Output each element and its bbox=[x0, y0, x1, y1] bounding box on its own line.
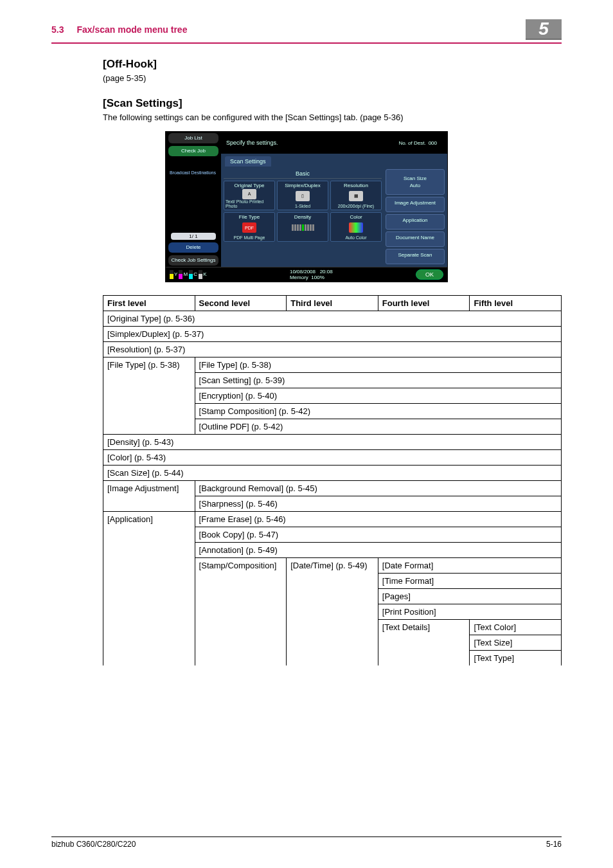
off-hook-pageref: (page 5-35) bbox=[103, 73, 562, 83]
cell-simplex: [Simplex/Duplex] (p. 5-37) bbox=[103, 327, 562, 342]
footer-model: bizhub C360/C280/C220 bbox=[51, 840, 136, 849]
density-cell[interactable]: Density bbox=[277, 212, 328, 242]
original-type-cell[interactable]: Original Type A Text/ Photo Printed Phot… bbox=[224, 181, 275, 210]
cell-stamp-l4a: [Date Format] bbox=[378, 558, 561, 574]
pager: 1/ 1 bbox=[171, 233, 216, 240]
table-row: [Color] (p. 5-43) bbox=[103, 450, 562, 466]
section-number: 5.3 bbox=[51, 24, 64, 35]
color-sub: Auto Color bbox=[345, 235, 366, 240]
cell-stamp-l5c: [Text Type] bbox=[470, 651, 562, 666]
density-title: Density bbox=[294, 214, 312, 220]
table-row: [Image Adjustment] [Background Removal] … bbox=[103, 481, 562, 496]
resolution-cell[interactable]: Resolution ▦ 200x200dpi (Fine) bbox=[330, 181, 382, 210]
scan-settings-heading: [Scan Settings] bbox=[103, 97, 562, 110]
cell-application-l2b: [Book Copy] (p. 5-47) bbox=[195, 527, 561, 543]
check-job-button[interactable]: Check Job bbox=[168, 146, 218, 156]
footer-page: 5-16 bbox=[546, 840, 562, 849]
ok-button[interactable]: OK bbox=[416, 269, 443, 280]
original-type-icon: A bbox=[242, 189, 256, 199]
dest-label: No. of Dest. bbox=[398, 140, 425, 146]
th-l2: Second level bbox=[195, 296, 287, 311]
supplies-indicator: Y M C K bbox=[170, 270, 207, 279]
header-rule bbox=[51, 42, 562, 44]
table-row: [Application] [Frame Erase] (p. 5-46) bbox=[103, 512, 562, 527]
cell-application-l2c: [Annotation] (p. 5-49) bbox=[195, 543, 561, 558]
application-button[interactable]: Application bbox=[386, 214, 445, 230]
color-title: Color bbox=[350, 214, 362, 220]
resolution-icon: ▦ bbox=[349, 191, 363, 201]
table-header-row: First level Second level Third level Fou… bbox=[103, 296, 562, 311]
cell-original-type: [Original Type] (p. 5-36) bbox=[103, 311, 562, 327]
off-hook-heading: [Off-Hook] bbox=[103, 58, 562, 71]
section-title: Fax/scan mode menu tree bbox=[76, 24, 187, 35]
device-panel: Job List Check Job Specify the settings.… bbox=[165, 131, 448, 282]
job-list-button[interactable]: Job List bbox=[168, 133, 218, 143]
th-l1: First level bbox=[103, 296, 195, 311]
scan-size-sub: Auto bbox=[389, 183, 441, 188]
supply-k-icon bbox=[199, 270, 202, 279]
th-l5: Fifth level bbox=[470, 296, 562, 311]
menu-tree-table: First level Second level Third level Fou… bbox=[103, 295, 562, 665]
cell-stamp-l3: [Date/Time] (p. 5-49) bbox=[287, 558, 378, 666]
cell-stamp-l4e: [Text Details] bbox=[378, 620, 470, 666]
simplex-sub: 1-Sided bbox=[295, 204, 310, 208]
simplex-title: Simplex/Duplex bbox=[285, 183, 321, 188]
cell-filetype-l1: [File Type] (p. 5-38) bbox=[103, 357, 195, 435]
original-type-sub: Text/ Photo Printed Photo bbox=[226, 199, 273, 208]
cell-stamp-l5b: [Text Size] bbox=[470, 635, 562, 651]
supply-c-icon bbox=[189, 270, 193, 279]
cell-application-l1: [Application] bbox=[103, 512, 195, 666]
chapter-badge: 5 bbox=[526, 19, 562, 40]
broadcast-label: Broadcast Destinations bbox=[170, 170, 217, 176]
cell-density: [Density] (p. 5-43) bbox=[103, 435, 562, 450]
check-settings-button[interactable]: Check Job Settings bbox=[168, 255, 218, 266]
scan-size-title: Scan Size bbox=[389, 176, 441, 181]
color-icon bbox=[349, 222, 363, 233]
th-l3: Third level bbox=[287, 296, 378, 311]
table-row: [Resolution] (p. 5-37) bbox=[103, 342, 562, 357]
separate-scan-button[interactable]: Separate Scan bbox=[386, 249, 445, 264]
resolution-sub: 200x200dpi (Fine) bbox=[338, 204, 374, 208]
resolution-title: Resolution bbox=[344, 183, 368, 188]
panel-prompt: Specify the settings. bbox=[226, 140, 278, 146]
filetype-title: File Type bbox=[239, 214, 260, 220]
table-row: [Original Type] (p. 5-36) bbox=[103, 311, 562, 327]
image-adjustment-button[interactable]: Image Adjustment bbox=[386, 197, 445, 212]
scan-size-button[interactable]: Scan Size Auto bbox=[386, 169, 445, 195]
footer-datetime: 10/08/2008 20:08 Memory 100% bbox=[290, 269, 333, 280]
basic-group-title: Basic bbox=[224, 169, 382, 179]
supply-y-icon bbox=[170, 270, 173, 279]
filetype-cell[interactable]: File Type PDF PDF Multi Page bbox=[224, 212, 275, 242]
color-cell[interactable]: Color Auto Color bbox=[330, 212, 382, 242]
cell-imageadj-l2a: [Background Removal] (p. 5-45) bbox=[195, 481, 561, 496]
table-row: [Density] (p. 5-43) bbox=[103, 435, 562, 450]
cell-imageadj-l1: [Image Adjustment] bbox=[103, 481, 195, 512]
table-row: [Simplex/Duplex] (p. 5-37) bbox=[103, 327, 562, 342]
dest-count: 000 bbox=[429, 140, 437, 146]
simplex-cell[interactable]: Simplex/Duplex ▯ 1-Sided bbox=[277, 181, 328, 210]
document-name-button[interactable]: Document Name bbox=[386, 231, 445, 247]
cell-application-l2a: [Frame Erase] (p. 5-46) bbox=[195, 512, 561, 527]
filetype-sub: PDF Multi Page bbox=[233, 235, 265, 240]
cell-filetype-l2b: [Scan Setting] (p. 5-39) bbox=[195, 373, 561, 388]
density-bars bbox=[292, 224, 314, 231]
cell-stamp-l4b: [Time Format] bbox=[378, 574, 561, 589]
delete-button[interactable]: Delete bbox=[168, 242, 218, 253]
cell-filetype-l2d: [Stamp Composition] (p. 5-42) bbox=[195, 404, 561, 419]
table-row: [Scan Size] (p. 5-44) bbox=[103, 466, 562, 481]
cell-color: [Color] (p. 5-43) bbox=[103, 450, 562, 466]
cell-scansize: [Scan Size] (p. 5-44) bbox=[103, 466, 562, 481]
cell-resolution: [Resolution] (p. 5-37) bbox=[103, 342, 562, 357]
simplex-icon: ▯ bbox=[296, 191, 310, 201]
cell-stamp-l4d: [Print Position] bbox=[378, 604, 561, 620]
pdf-icon: PDF bbox=[242, 222, 256, 233]
table-row: [File Type] (p. 5-38) [File Type] (p. 5-… bbox=[103, 357, 562, 373]
cell-filetype-l2a: [File Type] (p. 5-38) bbox=[195, 357, 561, 373]
original-type-title: Original Type bbox=[235, 183, 265, 188]
cell-filetype-l2c: [Encryption] (p. 5-40) bbox=[195, 388, 561, 404]
cell-imageadj-l2b: [Sharpness] (p. 5-46) bbox=[195, 496, 561, 512]
cell-stamp-l2: [Stamp/Composition] bbox=[195, 558, 287, 666]
th-l4: Fourth level bbox=[378, 296, 470, 311]
cell-filetype-l2e: [Outline PDF] (p. 5-42) bbox=[195, 419, 561, 435]
scan-settings-tab[interactable]: Scan Settings bbox=[225, 156, 271, 167]
